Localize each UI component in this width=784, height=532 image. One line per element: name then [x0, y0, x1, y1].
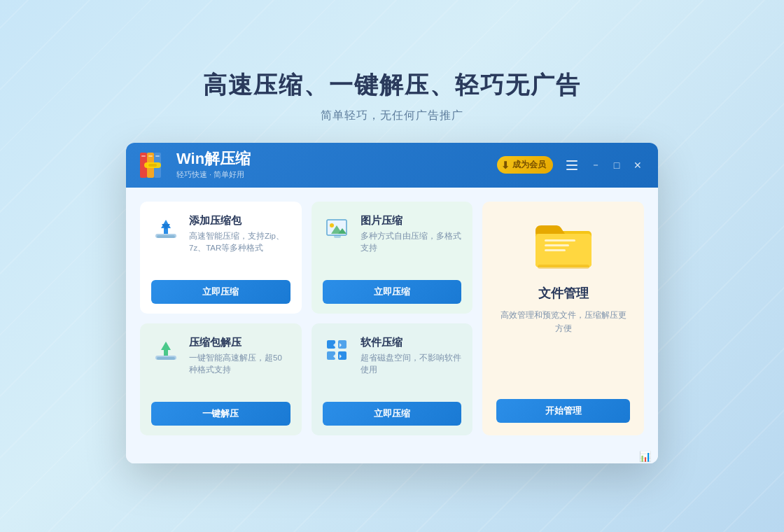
decompress-btn[interactable]: 一键解压 — [151, 402, 290, 426]
card-header: 添加压缩包 高速智能压缩，支持Zip、7z、TAR等多种格式 — [151, 214, 290, 255]
svg-rect-25 — [157, 357, 175, 360]
bottom-bar: 📊 — [126, 449, 658, 463]
svg-rect-28 — [338, 340, 346, 349]
card-header: 软件压缩 超省磁盘空间，不影响软件使用 — [323, 336, 462, 377]
card-text: 添加压缩包 高速智能压缩，支持Zip、7z、TAR等多种格式 — [189, 214, 290, 255]
hero-subtitle: 简单轻巧，无任何广告推广 — [203, 108, 581, 123]
file-mgmt-title: 文件管理 — [538, 285, 589, 302]
svg-rect-4 — [148, 155, 153, 157]
hero-section: 高速压缩、一键解压、轻巧无广告 简单轻巧，无任何广告推广 — [203, 69, 581, 123]
file-mgmt-card: 文件管理 高效管理和预览文件，压缩解压更方便 开始管理 — [482, 202, 644, 435]
file-mgmt-desc: 高效管理和预览文件，压缩解压更方便 — [496, 309, 630, 335]
close-button[interactable]: ✕ — [629, 156, 647, 174]
svg-rect-7 — [148, 164, 157, 167]
card-desc: 一键智能高速解压，超50种格式支持 — [189, 352, 290, 377]
svg-rect-3 — [141, 155, 146, 157]
hero-title: 高速压缩、一键解压、轻巧无广告 — [203, 69, 581, 102]
menu-line-2 — [566, 164, 578, 166]
file-mgmt-btn[interactable]: 开始管理 — [496, 399, 630, 423]
main-content: 添加压缩包 高速智能压缩，支持Zip、7z、TAR等多种格式 立即压缩 — [126, 188, 658, 449]
svg-point-14 — [330, 223, 334, 227]
svg-rect-30 — [338, 351, 346, 360]
app-name: Win解压缩 — [176, 150, 497, 168]
card-text: 软件压缩 超省磁盘空间，不影响软件使用 — [360, 336, 462, 377]
card-header: 图片压缩 多种方式自由压缩，多格式支持 — [323, 214, 462, 255]
svg-rect-23 — [538, 265, 589, 269]
sw-compress-card: 软件压缩 超省磁盘空间，不影响软件使用 立即压缩 — [312, 323, 473, 435]
maximize-button[interactable]: □ — [608, 156, 626, 174]
title-bar: Win解压缩 轻巧快速 · 简单好用 ⬇ 成为会员 － □ ✕ — [126, 143, 658, 188]
card-text: 图片压缩 多种方式自由压缩，多格式支持 — [360, 214, 462, 255]
image-compress-btn[interactable]: 立即压缩 — [323, 280, 462, 304]
menu-button[interactable] — [563, 156, 581, 174]
svg-rect-17 — [334, 235, 341, 238]
add-compress-btn[interactable]: 立即压缩 — [151, 280, 290, 304]
svg-rect-5 — [155, 155, 160, 157]
card-title: 添加压缩包 — [189, 214, 290, 227]
vip-icon: ⬇ — [501, 160, 510, 171]
sw-compress-icon — [323, 336, 352, 365]
add-compress-card: 添加压缩包 高速智能压缩，支持Zip、7z、TAR等多种格式 立即压缩 — [140, 202, 302, 314]
vip-label: 成为会员 — [512, 159, 546, 171]
app-slogan: 轻巧快速 · 简单好用 — [176, 169, 497, 180]
app-logo — [137, 150, 168, 181]
card-title: 压缩包解压 — [189, 336, 290, 349]
decompress-icon — [151, 336, 181, 365]
svg-rect-20 — [545, 239, 575, 241]
title-bar-controls: ⬇ 成为会员 － □ ✕ — [497, 156, 647, 174]
card-title: 软件压缩 — [360, 336, 462, 349]
image-compress-card: 图片压缩 多种方式自由压缩，多格式支持 立即压缩 — [312, 202, 473, 314]
card-desc: 高速智能压缩，支持Zip、7z、TAR等多种格式 — [189, 230, 290, 255]
image-compress-icon — [323, 214, 352, 244]
svg-marker-26 — [161, 342, 171, 356]
card-header: 压缩包解压 一键智能高速解压，超50种格式支持 — [151, 336, 290, 377]
card-title: 图片压缩 — [360, 214, 462, 227]
menu-line-1 — [566, 160, 578, 162]
card-desc: 超省磁盘空间，不影响软件使用 — [360, 352, 462, 377]
svg-rect-21 — [545, 244, 569, 246]
add-compress-icon — [151, 214, 181, 244]
chart-icon: 📊 — [639, 451, 651, 462]
menu-line-3 — [566, 169, 578, 170]
vip-button[interactable]: ⬇ 成为会员 — [497, 156, 553, 174]
minimize-button[interactable]: － — [587, 156, 605, 174]
svg-rect-22 — [545, 249, 566, 251]
svg-rect-9 — [157, 235, 175, 238]
app-window: Win解压缩 轻巧快速 · 简单好用 ⬇ 成为会员 － □ ✕ — [126, 143, 658, 463]
sw-compress-btn[interactable]: 立即压缩 — [323, 402, 462, 426]
card-text: 压缩包解压 一键智能高速解压，超50种格式支持 — [189, 336, 290, 377]
card-desc: 多种方式自由压缩，多格式支持 — [360, 230, 462, 255]
decompress-card: 压缩包解压 一键智能高速解压，超50种格式支持 一键解压 — [140, 323, 302, 435]
folder-icon — [532, 218, 595, 274]
app-info: Win解压缩 轻巧快速 · 简单好用 — [176, 150, 497, 180]
